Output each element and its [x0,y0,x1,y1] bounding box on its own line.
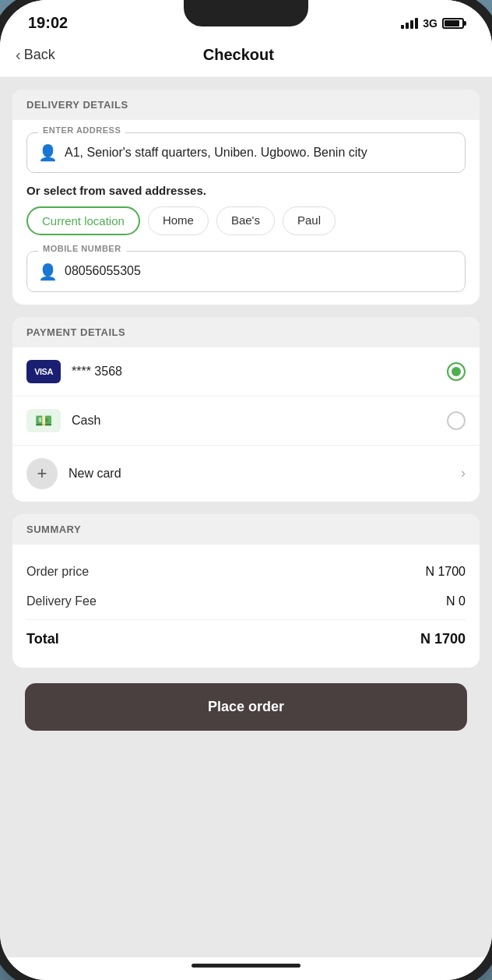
back-button[interactable]: ‹ Back [16,46,55,64]
cash-label: Cash [72,414,447,428]
payment-section-title: PAYMENT DETAILS [12,317,480,347]
delivery-fee-label: Delivery Fee [26,594,97,608]
notch [184,0,308,26]
payment-row-new-card[interactable]: + New card › [12,446,480,502]
phone-frame: 19:02 3G ‹ Back Checkout DELIVERY DETAIL… [0,0,492,980]
chip-current-location[interactable]: Current location [26,206,140,235]
total-value: N 1700 [420,631,466,647]
signal-bars [401,18,418,29]
battery-icon [442,18,464,29]
summary-section-title: SUMMARY [12,514,480,545]
mobile-field[interactable]: MOBILE NUMBER 👤 08056055305 [26,251,466,291]
cash-icon: 💵 [26,409,61,432]
payment-row-visa[interactable]: VISA **** 3568 [12,347,480,397]
status-time: 19:02 [28,14,68,32]
delivery-details-card: DELIVERY DETAILS ENTER ADDRESS 👤 A1, Sen… [12,90,480,305]
person-icon: 👤 [38,143,58,162]
summary-row-total: Total N 1700 [26,623,466,655]
cash-radio[interactable] [447,411,466,430]
summary-row-order-price: Order price N 1700 [26,557,466,587]
plus-icon: + [26,458,58,489]
payment-details-card: PAYMENT DETAILS VISA **** 3568 💵 Cash + … [12,317,480,502]
order-price-label: Order price [26,565,89,579]
visa-icon: VISA [26,360,61,383]
nav-bar: ‹ Back Checkout [0,38,492,77]
status-icons: 3G [401,17,464,30]
mobile-person-icon: 👤 [38,263,58,281]
delivery-fee-value: N 0 [446,594,466,608]
saved-addresses-label: Or select from saved addresses. [26,184,466,197]
delivery-card-body: ENTER ADDRESS 👤 A1, Senior's staff quart… [12,120,480,305]
status-bar: 19:02 3G [0,0,492,38]
address-field-label: ENTER ADDRESS [38,125,125,135]
home-bar [192,964,300,968]
chip-home[interactable]: Home [148,206,209,235]
home-indicator [0,957,492,980]
summary-row-delivery-fee: Delivery Fee N 0 [26,587,466,616]
mobile-field-label: MOBILE NUMBER [38,244,126,253]
page-title: Checkout [55,46,422,64]
mobile-value: 08056055305 [65,263,452,280]
address-chips: Current location Home Bae's Paul [26,206,466,238]
payment-row-cash[interactable]: 💵 Cash [12,397,480,446]
chevron-right-icon: › [461,465,466,481]
place-order-button[interactable]: Place order [25,683,467,731]
new-card-label: New card [69,467,461,481]
scroll-area: DELIVERY DETAILS ENTER ADDRESS 👤 A1, Sen… [0,77,492,957]
network-label: 3G [423,17,438,30]
total-label: Total [26,631,59,647]
order-price-value: N 1700 [425,565,466,579]
summary-divider [26,619,466,620]
back-label: Back [24,47,55,63]
address-field[interactable]: ENTER ADDRESS 👤 A1, Senior's staff quart… [26,132,466,173]
summary-body: Order price N 1700 Delivery Fee N 0 Tota… [12,545,480,668]
address-value: A1, Senior's staff quarters, Uniben. Ugb… [65,144,452,161]
chip-baes[interactable]: Bae's [216,206,275,235]
summary-card: SUMMARY Order price N 1700 Delivery Fee … [12,514,480,668]
visa-radio[interactable] [447,362,466,381]
chip-paul[interactable]: Paul [283,206,336,235]
back-chevron-icon: ‹ [16,46,21,64]
delivery-section-title: DELIVERY DETAILS [12,90,480,120]
visa-card-label: **** 3568 [72,365,447,379]
